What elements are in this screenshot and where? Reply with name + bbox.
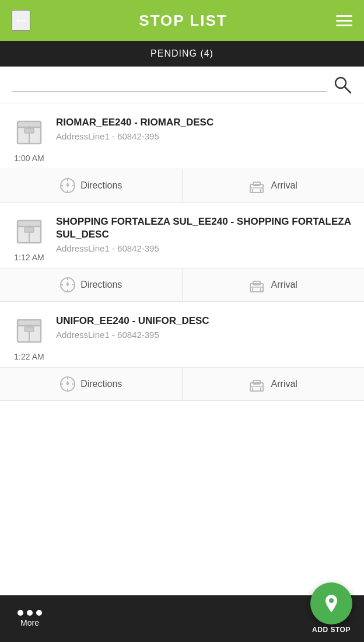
search-button[interactable] xyxy=(332,75,352,95)
arrival-label-2: Arrival xyxy=(271,280,298,290)
arrival-label-3: Arrival xyxy=(271,379,298,389)
stop-details-2: SHOPPING FORTALEZA SUL_EE240 - SHOPPING … xyxy=(56,213,352,253)
stop-icon-wrap-1: 1:00 AM xyxy=(12,114,47,163)
search-bar xyxy=(0,67,364,103)
directions-icon-1 xyxy=(60,177,76,194)
arrival-icon-1 xyxy=(249,177,267,194)
directions-icon-2 xyxy=(60,277,76,293)
directions-button-1[interactable]: Directions xyxy=(0,169,183,202)
stop-time-2: 1:12 AM xyxy=(14,253,44,262)
directions-icon-3 xyxy=(60,376,76,392)
stop-details-1: RIOMAR_EE240 - RIOMAR_DESC AddressLine1 … xyxy=(56,114,352,141)
menu-line-1 xyxy=(336,15,352,17)
stop-content-3: 1:22 AM UNIFOR_EE240 - UNIFOR_DESC Addre… xyxy=(0,302,364,367)
stop-address-2: AddressLine1 - 60842-395 xyxy=(56,243,352,253)
svg-line-1 xyxy=(345,87,351,93)
search-input[interactable] xyxy=(12,77,327,92)
package-icon-2 xyxy=(13,215,45,246)
pending-text: PENDING (4) xyxy=(150,48,214,59)
stop-content-2: 1:12 AM SHOPPING FORTALEZA SUL_EE240 - S… xyxy=(0,203,364,268)
dot-2 xyxy=(27,610,33,616)
more-dots xyxy=(18,610,42,616)
svg-point-50 xyxy=(329,598,334,603)
menu-button[interactable] xyxy=(336,15,352,26)
package-icon-1 xyxy=(13,116,45,147)
svg-rect-37 xyxy=(24,327,34,332)
package-icon-3 xyxy=(13,314,45,346)
stop-item-1: 1:00 AM RIOMAR_EE240 - RIOMAR_DESC Addre… xyxy=(0,103,364,203)
stop-details-3: UNIFOR_EE240 - UNIFOR_DESC AddressLine1 … xyxy=(56,312,352,340)
bottom-bar: More xyxy=(0,595,364,642)
stop-actions-1: Directions Arrival xyxy=(0,169,364,202)
stop-actions-3: Directions Arrival xyxy=(0,367,364,400)
stop-time-1: 1:00 AM xyxy=(14,153,44,163)
fab-circle xyxy=(310,582,352,624)
stop-address-3: AddressLine1 - 60842-395 xyxy=(56,330,352,340)
dot-1 xyxy=(18,610,23,616)
pending-bar: PENDING (4) xyxy=(0,41,364,67)
stop-actions-2: Directions Arrival xyxy=(0,268,364,301)
stop-item-3: 1:22 AM UNIFOR_EE240 - UNIFOR_DESC Addre… xyxy=(0,302,364,401)
location-pin-icon xyxy=(321,593,342,614)
more-section[interactable]: More xyxy=(18,610,42,627)
box-icon-2 xyxy=(12,213,47,248)
svg-rect-21 xyxy=(24,228,34,232)
arrival-button-1[interactable]: Arrival xyxy=(183,169,365,202)
dot-3 xyxy=(36,610,42,616)
stop-name-1: RIOMAR_EE240 - RIOMAR_DESC xyxy=(56,116,352,129)
app-header: ← STOP LIST xyxy=(0,0,364,41)
page-title: STOP LIST xyxy=(139,12,227,30)
arrival-icon-3 xyxy=(249,376,267,392)
stop-list: 1:00 AM RIOMAR_EE240 - RIOMAR_DESC Addre… xyxy=(0,103,364,601)
stop-icon-wrap-3: 1:22 AM xyxy=(12,312,47,361)
svg-rect-5 xyxy=(24,128,34,133)
box-icon-1 xyxy=(12,114,47,149)
add-stop-label: ADD STOP xyxy=(312,626,351,634)
arrival-button-2[interactable]: Arrival xyxy=(183,268,365,301)
stop-content-1: 1:00 AM RIOMAR_EE240 - RIOMAR_DESC Addre… xyxy=(0,103,364,169)
stop-name-2: SHOPPING FORTALEZA SUL_EE240 - SHOPPING … xyxy=(56,215,352,241)
stop-time-3: 1:22 AM xyxy=(14,352,44,361)
add-stop-fab[interactable]: ADD STOP xyxy=(310,582,352,634)
box-icon-3 xyxy=(12,312,47,347)
arrival-label-1: Arrival xyxy=(271,180,298,191)
directions-label-1: Directions xyxy=(80,180,122,191)
back-button[interactable]: ← xyxy=(12,10,30,31)
directions-button-3[interactable]: Directions xyxy=(0,368,183,400)
directions-button-2[interactable]: Directions xyxy=(0,268,183,301)
arrival-button-3[interactable]: Arrival xyxy=(183,368,365,400)
more-label: More xyxy=(20,618,39,627)
directions-label-3: Directions xyxy=(80,379,122,389)
stop-address-1: AddressLine1 - 60842-395 xyxy=(56,131,352,141)
arrival-icon-2 xyxy=(249,277,267,293)
stop-icon-wrap-2: 1:12 AM xyxy=(12,213,47,262)
directions-label-2: Directions xyxy=(80,280,122,290)
search-icon xyxy=(332,75,352,95)
menu-line-2 xyxy=(336,20,352,22)
menu-line-3 xyxy=(336,25,352,26)
stop-name-3: UNIFOR_EE240 - UNIFOR_DESC xyxy=(56,315,352,327)
stop-item-2: 1:12 AM SHOPPING FORTALEZA SUL_EE240 - S… xyxy=(0,203,364,302)
